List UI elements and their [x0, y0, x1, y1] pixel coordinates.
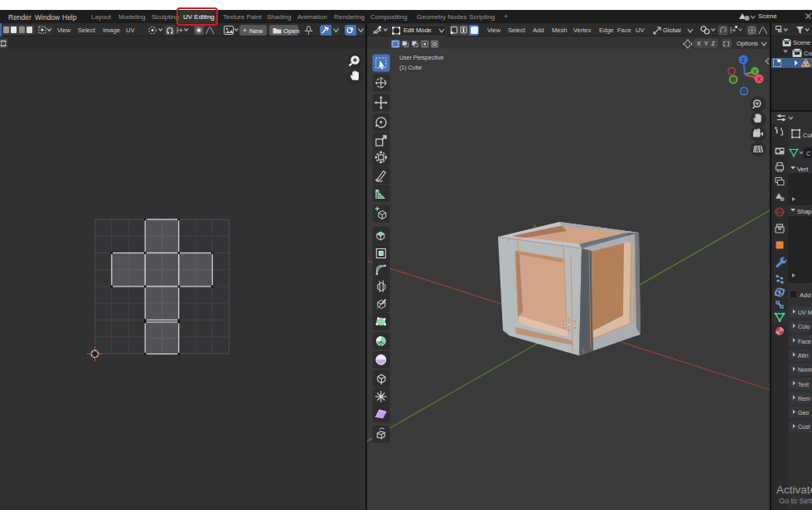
svg-text:UV M: UV M — [798, 310, 812, 315]
svg-text:Face: Face — [798, 339, 811, 344]
svg-text:Colo: Colo — [798, 324, 810, 330]
svg-text:Cust: Cust — [798, 424, 810, 430]
svg-text:Shap: Shap — [797, 208, 812, 215]
svg-text:Attri: Attri — [798, 353, 809, 358]
svg-text:Z: Z — [742, 57, 746, 63]
svg-text:C: C — [806, 151, 810, 156]
svg-text:Geo: Geo — [798, 410, 809, 416]
svg-text:Rem: Rem — [798, 396, 810, 402]
svg-text:Add: Add — [800, 291, 810, 299]
svg-text:Text: Text — [798, 382, 809, 387]
svg-text:Norm: Norm — [798, 367, 812, 373]
svg-text:Cub: Cub — [803, 132, 812, 139]
svg-text:X: X — [757, 76, 761, 82]
svg-text:Scene C: Scene C — [793, 39, 812, 46]
svg-text:Col: Col — [804, 50, 812, 57]
svg-text:Vert: Vert — [797, 166, 809, 173]
svg-text:Y: Y — [753, 69, 757, 75]
